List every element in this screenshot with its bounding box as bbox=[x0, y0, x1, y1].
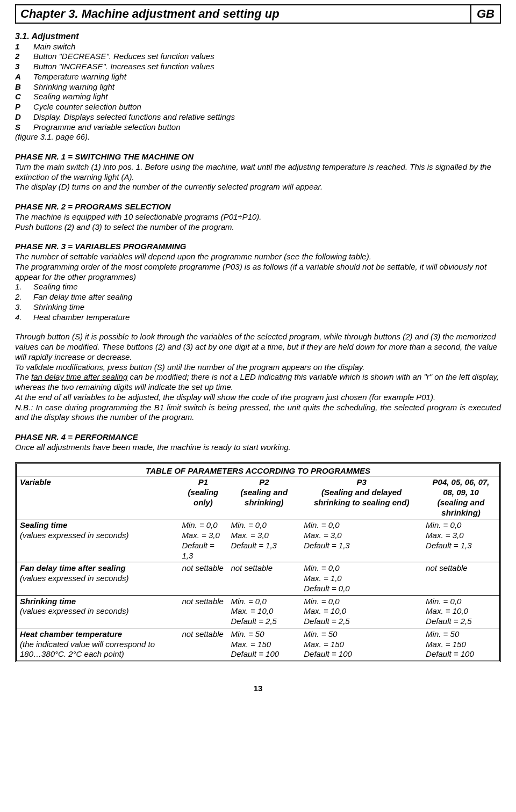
list-text: Shrinking time bbox=[33, 302, 84, 313]
legend-key: S bbox=[15, 122, 33, 133]
list-number: 4. bbox=[15, 313, 33, 323]
legend-item: 3Button "INCREASE". Increases set functi… bbox=[15, 62, 501, 72]
legend-key: 2 bbox=[15, 52, 33, 62]
table-cell: Min. = 0,0Max. = 10,0Default = 2,5 bbox=[300, 595, 422, 628]
phase3-p1: The number of settable variables will de… bbox=[15, 252, 501, 262]
legend-key: D bbox=[15, 112, 33, 122]
phase2-p2: Push buttons (2) and (3) to select the n… bbox=[15, 222, 501, 233]
language-badge: GB bbox=[471, 5, 500, 23]
phase3-heading: PHASE NR. 3 = VARIABLES PROGRAMMING bbox=[15, 242, 501, 252]
list-text: Heat chamber temperature bbox=[33, 313, 130, 323]
phase1-p2: The display (D) turns on and the number … bbox=[15, 182, 501, 192]
legend-item: DDisplay. Displays selected functions an… bbox=[15, 112, 501, 122]
table-row-label: Fan delay time after sealing(values expr… bbox=[17, 562, 178, 595]
legend-item: BShrinking warning light bbox=[15, 82, 501, 92]
table-row: Sealing time(values expressed in seconds… bbox=[17, 519, 499, 562]
chapter-header: Chapter 3. Machine adjustment and settin… bbox=[15, 4, 501, 24]
table-cell: Min. = 0,0Max. = 3,0Default = 1,3 bbox=[227, 519, 300, 562]
phase1-p1: Turn the main switch (1) into pos. 1. Be… bbox=[15, 162, 501, 183]
table-cell: Min. = 50Max. = 150Default = 100 bbox=[422, 628, 499, 661]
table-cell: Min. = 0,0Max. = 3,0Default = 1,3 bbox=[422, 519, 499, 562]
legend-key: P bbox=[15, 102, 33, 112]
list-item: 1.Sealing time bbox=[15, 282, 501, 292]
list-number: 3. bbox=[15, 302, 33, 313]
table-cell: Min. = 0,0Max. = 10,0Default = 2,5 bbox=[227, 595, 300, 628]
legend-item: ATemperature warning light bbox=[15, 72, 501, 82]
legend-item: CSealing warning light bbox=[15, 92, 501, 102]
table-cell: Min. = 0,0Max. = 1,0Default = 0,0 bbox=[300, 562, 422, 595]
table-header-col: P1(sealing only) bbox=[178, 476, 227, 519]
table-cell: not settable bbox=[178, 595, 227, 628]
legend-text: Button "DECREASE". Reduces set function … bbox=[33, 52, 214, 62]
parameters-table: TABLE OF PARAMETERS ACCORDING TO PROGRAM… bbox=[15, 462, 501, 663]
table-cell: Min. = 50Max. = 150Default = 100 bbox=[300, 628, 422, 661]
legend-key: C bbox=[15, 92, 33, 102]
phase3-p3: Through button (S) it is possible to loo… bbox=[15, 332, 501, 362]
phase3-variable-list: 1.Sealing time2.Fan delay time after sea… bbox=[15, 282, 501, 322]
table-header-col: P04, 05, 06, 07, 08, 09, 10(sealing and … bbox=[422, 476, 499, 519]
legend-item: 2Button "DECREASE". Reduces set function… bbox=[15, 52, 501, 62]
phase1-heading: PHASE NR. 1 = SWITCHING THE MACHINE ON bbox=[15, 152, 501, 162]
legend-key: A bbox=[15, 72, 33, 82]
legend-list: 1Main switch2Button "DECREASE". Reduces … bbox=[15, 42, 501, 133]
table-header-variable: Variable bbox=[17, 476, 178, 519]
table-cell: not settable bbox=[178, 562, 227, 595]
table-row: Heat chamber temperature(the indicated v… bbox=[17, 628, 499, 661]
parameters-table-title: TABLE OF PARAMETERS ACCORDING TO PROGRAM… bbox=[17, 464, 499, 476]
legend-text: Programme and variable selection button bbox=[33, 122, 181, 133]
list-item: 3.Shrinking time bbox=[15, 302, 501, 313]
table-cell: not settable bbox=[422, 562, 499, 595]
table-cell: Min. = 0,0Max. = 3,0Default = 1,3 bbox=[300, 519, 422, 562]
table-row: Fan delay time after sealing(values expr… bbox=[17, 562, 499, 595]
legend-key: 3 bbox=[15, 62, 33, 72]
phase3-p2: The programming order of the most comple… bbox=[15, 262, 501, 282]
table-cell: not settable bbox=[227, 562, 300, 595]
phase3-p5: The fan delay time after sealing can be … bbox=[15, 372, 501, 393]
list-item: 4.Heat chamber temperature bbox=[15, 313, 501, 323]
phase3-p6: At the end of all variables to be adjust… bbox=[15, 393, 501, 403]
list-text: Fan delay time after sealing bbox=[33, 292, 132, 302]
list-item: 2.Fan delay time after sealing bbox=[15, 292, 501, 302]
fan-delay-underline: fan delay time after sealing bbox=[31, 372, 127, 381]
legend-text: Shrinking warning light bbox=[33, 82, 114, 92]
legend-item: 1Main switch bbox=[15, 42, 501, 52]
legend-item: PCycle counter selection button bbox=[15, 102, 501, 112]
phase4-heading: PHASE NR. 4 = PERFORMANCE bbox=[15, 432, 501, 443]
table-header-col: P3(Sealing and delayed shrinking to seal… bbox=[300, 476, 422, 519]
legend-text: Temperature warning light bbox=[33, 72, 126, 82]
chapter-title: Chapter 3. Machine adjustment and settin… bbox=[16, 5, 471, 23]
list-number: 2. bbox=[15, 292, 33, 302]
list-text: Sealing time bbox=[33, 282, 78, 292]
legend-item: SProgramme and variable selection button bbox=[15, 122, 501, 133]
phase2-heading: PHASE NR. 2 = PROGRAMS SELECTION bbox=[15, 202, 501, 212]
table-row-label: Shrinking time(values expressed in secon… bbox=[17, 595, 178, 628]
table-header-col: P2(sealing and shrinking) bbox=[227, 476, 300, 519]
phase4-p1: Once all adjustments have been made, the… bbox=[15, 443, 501, 453]
legend-text: Sealing warning light bbox=[33, 92, 108, 102]
phase2-p1: The machine is equipped with 10 selectio… bbox=[15, 212, 501, 222]
phase3-nb: N.B.: In case during programming the B1 … bbox=[15, 403, 501, 423]
table-row-label: Heat chamber temperature(the indicated v… bbox=[17, 628, 178, 661]
section-title: 3.1. Adjustment bbox=[15, 31, 501, 42]
legend-text: Button "INCREASE". Increases set functio… bbox=[33, 62, 214, 72]
legend-key: B bbox=[15, 82, 33, 92]
table-row: Shrinking time(values expressed in secon… bbox=[17, 595, 499, 628]
table-cell: Min. = 50Max. = 150Default = 100 bbox=[227, 628, 300, 661]
list-number: 1. bbox=[15, 282, 33, 292]
legend-key: 1 bbox=[15, 42, 33, 52]
legend-text: Main switch bbox=[33, 42, 75, 52]
phase3-p4: To validate modifications, press button … bbox=[15, 363, 501, 373]
table-cell: not settable bbox=[178, 628, 227, 661]
table-row-label: Sealing time(values expressed in seconds… bbox=[17, 519, 178, 562]
legend-text: Display. Displays selected functions and… bbox=[33, 112, 235, 122]
page-number: 13 bbox=[15, 684, 501, 694]
table-cell: Min. = 0,0Max. = 3,0Default = 1,3 bbox=[178, 519, 227, 562]
figure-note: (figure 3.1. page 66). bbox=[15, 132, 501, 142]
table-cell: Min. = 0,0Max. = 10,0Default = 2,5 bbox=[422, 595, 499, 628]
legend-text: Cycle counter selection button bbox=[33, 102, 141, 112]
